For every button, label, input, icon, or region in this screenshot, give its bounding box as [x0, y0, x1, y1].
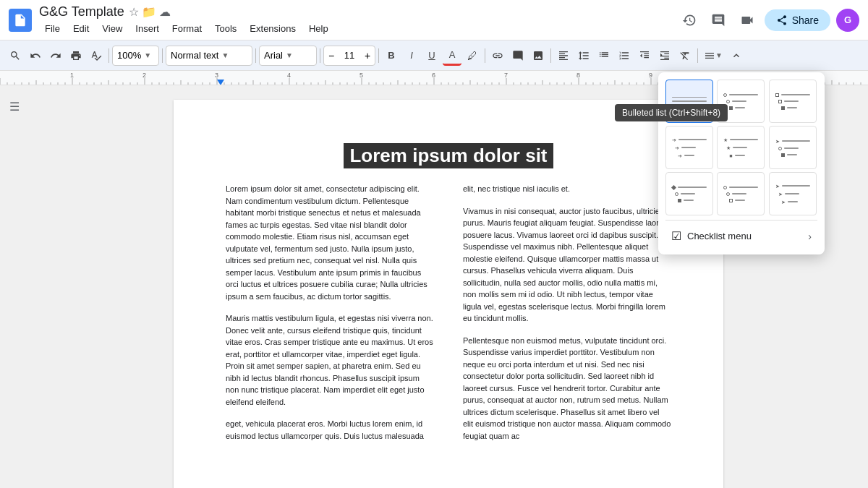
collapse-toolbar-button[interactable]: [727, 46, 746, 66]
doc-title-area: G&G Template ☆ 📁 ☁ File Edit View Insert…: [39, 4, 671, 36]
folder-icon[interactable]: 📁: [142, 5, 156, 19]
separator7: [550, 48, 551, 63]
paragraph-2: Mauris mattis vestibulum ligula, et eges…: [226, 312, 434, 408]
separator2: [162, 48, 163, 63]
list-icon[interactable]: ☰: [9, 100, 20, 114]
paragraph-1: Lorem ipsum dolor sit amet, consectetur …: [226, 183, 434, 302]
separator3: [255, 48, 256, 63]
font-size-area: − +: [323, 46, 375, 66]
list-style-arrow2[interactable]: ➤: [769, 126, 817, 169]
menu-bar: File Edit View Insert Format Tools Exten…: [39, 21, 671, 36]
checklist-menu-item[interactable]: ☑ Checklist menu ›: [665, 225, 817, 247]
text-color-button[interactable]: A: [443, 46, 461, 66]
image-button[interactable]: [529, 46, 548, 66]
top-right-controls: Share G: [678, 9, 859, 32]
separator8: [697, 48, 698, 63]
list-style-circle-small[interactable]: [717, 172, 765, 215]
highlight-button[interactable]: 🖊: [463, 46, 482, 66]
checklist-label-text: Checklist menu: [687, 231, 752, 241]
list-style-square[interactable]: [769, 80, 817, 123]
search-button[interactable]: [6, 46, 25, 66]
underline-button[interactable]: U: [422, 46, 441, 66]
link-button[interactable]: [488, 46, 507, 66]
toolbar: 100% ▼ Normal text ▼ Arial ▼ − + B I U A…: [0, 40, 868, 71]
menu-tools[interactable]: Tools: [209, 21, 242, 36]
style-select[interactable]: Normal text ▼: [166, 46, 252, 66]
paragraph-5: Pellentesque non euismod metus, vulputat…: [463, 335, 671, 442]
format-options-button[interactable]: ▼: [701, 46, 726, 66]
undo-button[interactable]: [26, 46, 45, 66]
menu-format[interactable]: Format: [166, 21, 208, 36]
star-icon[interactable]: ☆: [129, 5, 139, 19]
history-button[interactable]: [678, 9, 701, 32]
list-style-arrow3[interactable]: ➤ ➤ ➤: [769, 172, 817, 215]
menu-file[interactable]: File: [39, 21, 66, 36]
comments-button[interactable]: [707, 9, 730, 32]
menu-view[interactable]: View: [96, 21, 128, 36]
list-dropdown: ➔ ➔ ➔ ★ ★ ■ ➤ ➤ ➤: [658, 72, 825, 254]
doc-title[interactable]: G&G Template: [39, 4, 124, 20]
font-select[interactable]: Arial ▼: [259, 46, 317, 66]
comment-button[interactable]: [509, 46, 527, 66]
menu-edit[interactable]: Edit: [67, 21, 95, 36]
print-button[interactable]: [67, 46, 85, 66]
menu-help[interactable]: Help: [303, 21, 334, 36]
list-grid: ➔ ➔ ➔ ★ ★ ■ ➤ ➤ ➤: [665, 80, 817, 215]
line-spacing-button[interactable]: [574, 46, 593, 66]
separator1: [109, 48, 109, 63]
bold-button[interactable]: B: [382, 46, 401, 66]
menu-insert[interactable]: Insert: [129, 21, 165, 36]
list-style-circle[interactable]: [717, 80, 765, 123]
font-size-input[interactable]: [339, 50, 360, 61]
checklist-icon: ☑: [671, 229, 681, 243]
list-style-diamond[interactable]: [665, 172, 713, 215]
page-title-area: Lorem ipsum dolor sit: [226, 143, 671, 168]
redo-button[interactable]: [46, 46, 65, 66]
left-margin: ☰: [0, 85, 29, 488]
menu-extensions[interactable]: Extensions: [244, 21, 302, 36]
page: Lorem ipsum dolor sit Lorem ipsum dolor …: [174, 100, 723, 488]
page-title: Lorem ipsum dolor sit: [344, 143, 553, 168]
separator5: [378, 48, 379, 63]
separator6: [485, 48, 485, 63]
indent-more-button[interactable]: [655, 46, 674, 66]
clear-format-button[interactable]: [676, 46, 694, 66]
list-style-star[interactable]: ★ ★ ■: [717, 126, 765, 169]
share-label: Share: [792, 14, 819, 26]
ordered-list-button[interactable]: [615, 46, 634, 66]
dropdown-divider: [665, 220, 817, 221]
font-size-decrease[interactable]: −: [324, 46, 339, 66]
title-bar: G&G Template ☆ 📁 ☁ File Edit View Insert…: [0, 0, 868, 40]
list-style-arrow[interactable]: ➔ ➔ ➔: [665, 126, 713, 169]
checklist-button[interactable]: [595, 46, 613, 66]
font-size-increase[interactable]: +: [360, 46, 375, 66]
zoom-select[interactable]: 100% ▼: [112, 46, 159, 66]
app-icon: [9, 9, 32, 32]
separator4: [320, 48, 320, 63]
paragraph-4: Vivamus in nisi consequat, auctor justo …: [463, 205, 671, 325]
user-avatar[interactable]: G: [836, 9, 859, 32]
indent-less-button[interactable]: [635, 46, 654, 66]
align-button[interactable]: [554, 46, 573, 66]
cloud-icon[interactable]: ☁: [159, 5, 171, 19]
spellcheck-button[interactable]: [87, 46, 106, 66]
share-button[interactable]: Share: [765, 9, 830, 31]
italic-button[interactable]: I: [402, 46, 421, 66]
chevron-right-icon: ›: [808, 231, 812, 242]
meet-button[interactable]: [736, 9, 759, 32]
list-style-none[interactable]: [665, 80, 713, 123]
